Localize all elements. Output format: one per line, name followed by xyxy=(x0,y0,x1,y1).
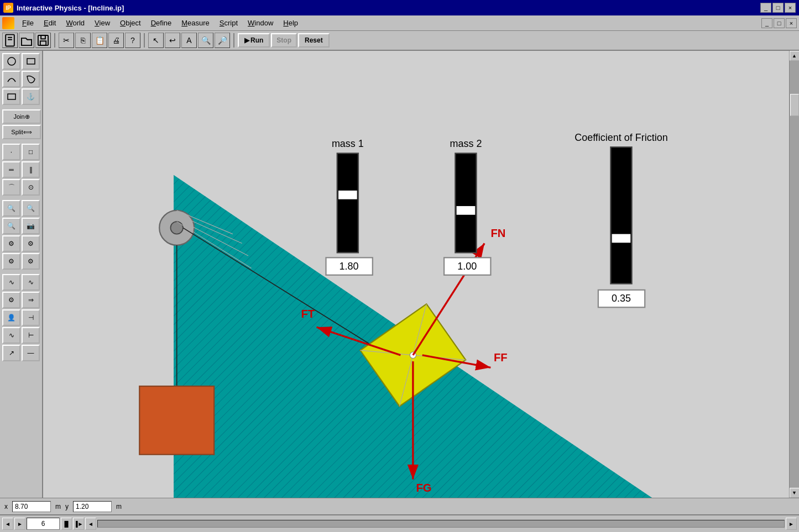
help-button[interactable]: ? xyxy=(125,33,140,48)
cof-label: Coefficient of Friction xyxy=(575,132,667,143)
zoom-out-button[interactable]: 🔎 xyxy=(215,33,230,48)
gear-tool[interactable]: ⊙ xyxy=(22,179,40,196)
rectangle-tool[interactable] xyxy=(22,53,40,70)
sensor6-tool[interactable]: ⚙ xyxy=(22,235,40,252)
arc-tool[interactable]: ⌒ xyxy=(2,179,20,196)
graph6-tool[interactable]: ⊣ xyxy=(22,309,40,326)
frame-value: 6 xyxy=(41,520,45,528)
stop-button[interactable]: Stop xyxy=(271,33,297,48)
new-button[interactable] xyxy=(2,33,18,48)
menu-bar: File Edit World View Object Define Measu… xyxy=(0,15,799,31)
menu-object[interactable]: Object xyxy=(116,18,145,28)
graph5-tool[interactable]: 👤 xyxy=(2,309,20,326)
join-button[interactable]: Join⊕ xyxy=(2,109,41,124)
menu-edit[interactable]: Edit xyxy=(39,18,60,28)
sensor7-tool[interactable]: ⚙ xyxy=(2,253,20,270)
curve-tool[interactable] xyxy=(2,71,20,87)
sensor3-tool[interactable]: 🔍 xyxy=(2,218,20,234)
menu-script[interactable]: Script xyxy=(215,18,242,28)
rewind-button[interactable]: ◄ xyxy=(85,518,96,530)
mass1-handle[interactable] xyxy=(338,191,357,199)
select-tool[interactable]: ↖ xyxy=(148,33,164,48)
menu-file[interactable]: File xyxy=(18,18,38,28)
graph10-tool[interactable]: — xyxy=(22,345,40,361)
undo-button[interactable]: ↩ xyxy=(165,33,180,48)
minimize-button[interactable]: _ xyxy=(760,3,771,13)
mass2-track xyxy=(455,153,476,252)
svg-rect-4 xyxy=(41,35,45,39)
anchor-tool[interactable]: ⚓ xyxy=(22,88,40,105)
x-value[interactable] xyxy=(12,501,51,512)
menu-window[interactable]: Window xyxy=(243,18,278,28)
bottom-bar: ◄ ► 6 ▐▌ ▐► ◄ ► xyxy=(0,514,799,532)
sensor1-tool[interactable]: 🔍 xyxy=(2,200,20,217)
open-button[interactable] xyxy=(19,33,34,48)
sensor4-tool[interactable]: 📷 xyxy=(22,218,40,234)
play-button[interactable]: ► xyxy=(14,518,25,530)
polygon-tool[interactable] xyxy=(22,71,40,87)
cut-button[interactable]: ✂ xyxy=(59,33,74,48)
doc-maximize-button[interactable]: □ xyxy=(774,18,785,28)
save-button[interactable] xyxy=(35,33,51,48)
mass2-handle[interactable] xyxy=(457,206,476,215)
line-tool[interactable]: ═ xyxy=(2,161,20,178)
reset-button[interactable]: Reset xyxy=(298,33,330,48)
menu-define[interactable]: Define xyxy=(147,18,176,28)
close-button[interactable]: × xyxy=(785,3,796,13)
zoom-in-button[interactable]: 🔍 xyxy=(198,33,213,48)
scroll-up-button[interactable]: ▲ xyxy=(790,51,800,61)
ff-label: FF xyxy=(494,351,508,364)
text-tool[interactable]: A xyxy=(181,33,197,48)
cof-track xyxy=(610,147,631,283)
graph8-tool[interactable]: ⊢ xyxy=(22,327,40,344)
cof-handle[interactable] xyxy=(612,234,631,243)
toolbar-sep-3 xyxy=(233,33,234,48)
copy-button[interactable]: ⎘ xyxy=(75,33,91,48)
sensor2-tool[interactable]: 🔍 xyxy=(22,200,40,217)
menu-measure[interactable]: Measure xyxy=(177,18,214,28)
graph4-tool[interactable]: ⇒ xyxy=(22,292,40,308)
graph1-tool[interactable]: ∿ xyxy=(2,274,20,291)
double-line-tool[interactable]: ‖ xyxy=(22,161,40,178)
run-button[interactable]: ▶ Run xyxy=(238,33,270,48)
toolbox: ⚓ Join⊕ Split⟺ · □ ═ ‖ ⌒ ⊙ 🔍 🔍 xyxy=(0,51,43,498)
graph2-tool[interactable]: ∿ xyxy=(22,274,40,291)
square-point-tool[interactable]: □ xyxy=(22,144,40,160)
menu-view[interactable]: View xyxy=(90,18,114,28)
doc-close-button[interactable]: × xyxy=(786,18,797,28)
menu-world[interactable]: World xyxy=(61,18,89,28)
graph9-tool[interactable]: ↗ xyxy=(2,345,20,361)
physics-scene: FN FT FF FG mass 1 1.80 mass 2 1.00 Coef… xyxy=(43,51,789,498)
canvas-area[interactable]: FN FT FF FG mass 1 1.80 mass 2 1.00 Coef… xyxy=(43,51,789,498)
graph3-tool[interactable]: ⚙ xyxy=(2,292,20,308)
run-label: Run xyxy=(250,36,263,44)
scroll-right-button[interactable]: ► xyxy=(786,518,797,530)
mass1-value: 1.80 xyxy=(340,261,359,272)
scroll-down-button[interactable]: ▼ xyxy=(790,488,800,498)
box-tool[interactable] xyxy=(2,88,20,105)
sensor5-tool[interactable]: ⚙ xyxy=(2,235,20,252)
point-tool[interactable]: · xyxy=(2,144,20,160)
sensor8-tool[interactable]: ⚙ xyxy=(22,253,40,270)
scroll-track[interactable] xyxy=(790,61,799,488)
stop-frame-button[interactable]: ▐▌ xyxy=(61,518,72,530)
x-label: x xyxy=(4,503,8,510)
circle-tool[interactable] xyxy=(2,53,20,70)
print-button[interactable]: 🖨 xyxy=(108,33,124,48)
maximize-button[interactable]: □ xyxy=(772,3,784,13)
step-forward-button[interactable]: ▐► xyxy=(73,518,84,530)
y-value[interactable] xyxy=(73,501,112,512)
svg-rect-7 xyxy=(27,59,35,64)
scroll-thumb[interactable] xyxy=(790,94,799,116)
reset-label: Reset xyxy=(305,36,323,44)
split-button[interactable]: Split⟺ xyxy=(2,125,41,139)
svg-rect-0 xyxy=(6,35,14,46)
doc-minimize-button[interactable]: _ xyxy=(761,18,772,28)
stop-label: Stop xyxy=(276,36,291,44)
horizontal-scrollbar[interactable] xyxy=(97,520,785,528)
app-icon: IP xyxy=(3,3,13,13)
paste-button[interactable]: 📋 xyxy=(92,33,107,48)
graph7-tool[interactable]: ∿ xyxy=(2,327,20,344)
menu-help[interactable]: Help xyxy=(279,18,302,28)
scroll-left-button[interactable]: ◄ xyxy=(2,518,13,530)
